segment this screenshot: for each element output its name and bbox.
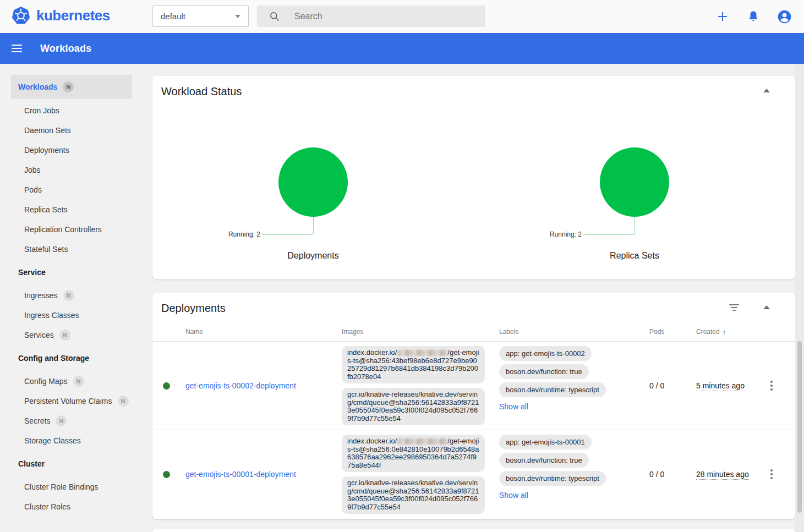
kebab-dot (770, 381, 773, 383)
namespace-selector[interactable]: default (152, 6, 249, 27)
notifications-button[interactable] (746, 9, 761, 24)
sidebar-item-services[interactable]: ServicesN (11, 325, 132, 345)
replica-sets-status-chart: Running: 2 Replica Sets (474, 103, 795, 268)
name-cell: get-emojis-ts-00001-deployment (185, 470, 338, 479)
deployment-name-link[interactable]: get-emojis-ts-00001-deployment (185, 470, 296, 479)
sidebar-item-config-maps[interactable]: Config MapsN (11, 371, 132, 391)
sidebar-item-replica-sets[interactable]: Replica Sets (11, 200, 132, 220)
kubernetes-wheel-icon (11, 6, 31, 25)
workload-status-title: Workload Status (152, 76, 795, 98)
pie-slice-label: Running: 2 (228, 231, 260, 238)
labels-cell: app: get-emojis-ts-00001boson.dev/functi… (495, 435, 646, 514)
plus-icon (716, 10, 729, 23)
sidebar-item-stateful-sets[interactable]: Stateful Sets (11, 239, 132, 259)
profile-button[interactable] (776, 9, 792, 24)
sidebar-item-persistent-volume-claims[interactable]: Persistent Volume ClaimsN (11, 391, 132, 411)
created-value: 5 minutes ago (696, 381, 745, 391)
show-all-link[interactable]: Show all (499, 491, 528, 500)
sidebar-item-cluster-roles[interactable]: Cluster Roles (11, 497, 132, 517)
deployments-card: Deployments Name Images Labels Pods Crea… (152, 293, 795, 519)
create-button[interactable] (715, 9, 730, 24)
scrollbar-thumb[interactable] (797, 341, 802, 513)
sidebar-item-daemon-sets[interactable]: Daemon Sets (11, 120, 132, 140)
sidebar-item-storage-classes[interactable]: Storage Classes (11, 431, 132, 451)
pie-callout-line (261, 234, 313, 235)
pods-cell: 0 / 0 (646, 470, 692, 479)
image-chip: index.docker.io//get-emojis-ts@sha256:43… (342, 346, 485, 383)
search-input[interactable] (293, 11, 485, 22)
sidebar-item-cron-jobs[interactable]: Cron Jobs (11, 101, 132, 120)
page-title: Workloads (40, 43, 92, 54)
sidebar-item-label: Persistent Volume Claims (24, 397, 112, 405)
sidebar-item-label: Workloads (18, 83, 57, 91)
sidebar-item-replication-controllers[interactable]: Replication Controllers (11, 220, 132, 239)
column-header-created[interactable]: Created ↑ (692, 328, 761, 336)
sidebar-item-ingress-classes[interactable]: Ingress Classes (11, 305, 132, 325)
sidebar-item-label: Daemon Sets (24, 126, 71, 135)
show-all-link[interactable]: Show all (499, 402, 528, 411)
deployments-status-chart: Running: 2 Deployments (152, 103, 474, 268)
collapse-arrow-icon[interactable] (763, 305, 770, 309)
replica-sets-pie-chart (600, 147, 669, 217)
filter-icon (729, 304, 739, 305)
next-card-partial (152, 529, 795, 532)
sidebar-item-workloads[interactable]: WorkloadsN (11, 75, 132, 99)
deployments-pie-chart (278, 147, 348, 217)
sidebar-item-deployments[interactable]: Deployments (11, 140, 132, 160)
status-cell (152, 382, 185, 390)
sidebar-item-label: Replication Controllers (24, 225, 102, 234)
sidebar-item-secrets[interactable]: SecretsN (11, 411, 132, 431)
image-chip: gcr.io/knative-releases/knative.dev/serv… (342, 388, 485, 425)
column-header-pods[interactable]: Pods (646, 328, 692, 336)
kebab-menu-button[interactable] (768, 467, 775, 481)
menu-button[interactable] (12, 45, 25, 52)
new-badge: N (63, 290, 74, 301)
sidebar-section-config-and-storage: Config and Storage (11, 348, 132, 368)
sidebar-item-ingresses[interactable]: IngressesN (11, 286, 132, 305)
label-chip: app: get-emojis-ts-00002 (499, 346, 592, 361)
section-label: Service (18, 268, 46, 277)
collapse-arrow-icon[interactable] (763, 89, 770, 92)
sidebar-item-cluster-role-bindings[interactable]: Cluster Role Bindings (11, 477, 132, 497)
label-chip: boson.dev/runtime: typescript (499, 382, 606, 397)
sidebar-item-label: Pods (24, 185, 42, 194)
pie-callout-line (583, 234, 635, 235)
created-cell: 28 minutes ago (692, 470, 761, 479)
sidebar-item-label: Services (24, 331, 54, 339)
pie-callout-line (313, 217, 314, 234)
deployment-name-link[interactable]: get-emojis-ts-00002-deployment (185, 381, 296, 390)
new-badge: N (63, 81, 74, 92)
chevron-down-icon (235, 15, 240, 18)
sidebar-item-label: Ingress Classes (24, 311, 79, 320)
kebab-dot (770, 388, 773, 391)
kubernetes-logo[interactable]: kubernetes (11, 6, 110, 25)
hamburger-icon (12, 45, 22, 46)
image-text: gcr.io/knative-releases/knative.dev/serv… (347, 390, 479, 423)
image-chip: gcr.io/knative-releases/knative.dev/serv… (342, 476, 485, 514)
label-chip: boson.dev/function: true (499, 364, 589, 379)
kebab-dot (770, 385, 773, 387)
sidebar-item-label: Stateful Sets (24, 245, 68, 254)
filter-button[interactable] (729, 304, 739, 311)
name-cell: get-emojis-ts-00002-deployment (185, 381, 338, 390)
namespace-value: default (161, 12, 185, 21)
column-header-labels[interactable]: Labels (495, 328, 646, 336)
sidebar-section-cluster: Cluster (11, 454, 132, 474)
kebab-menu-button[interactable] (768, 379, 775, 393)
sidebar-item-label: Ingresses (24, 291, 58, 300)
images-cell: index.docker.io//get-emojis-ts@sha256:43… (338, 346, 495, 425)
kebab-dot (770, 469, 773, 471)
created-value: 28 minutes ago (696, 470, 749, 480)
account-circle-icon (777, 9, 792, 24)
new-badge: N (118, 396, 129, 407)
table-row: get-emojis-ts-00001-deploymentindex.dock… (152, 430, 795, 518)
kubernetes-dashboard: kubernetes default (0, 0, 804, 532)
label-chip: boson.dev/function: true (499, 453, 589, 468)
deployments-table-body: get-emojis-ts-00002-deploymentindex.dock… (152, 342, 795, 518)
deployments-title: Deployments (152, 293, 795, 315)
image-text-prefix: index.docker.io/ (347, 437, 397, 445)
column-header-name[interactable]: Name (185, 328, 338, 336)
sidebar-item-pods[interactable]: Pods (11, 180, 132, 200)
column-header-images[interactable]: Images (338, 328, 495, 336)
sidebar-item-jobs[interactable]: Jobs (11, 160, 132, 180)
